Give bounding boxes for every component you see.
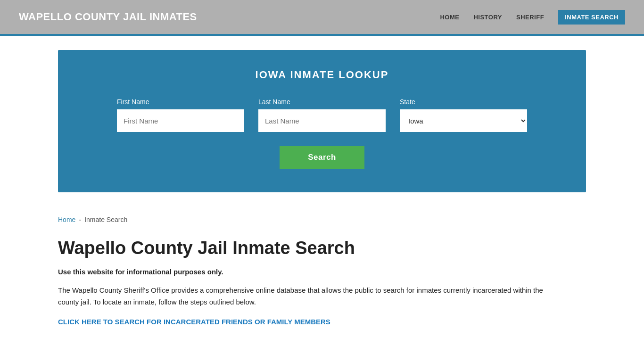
click-here-link[interactable]: CLICK HERE to Search for Incarcerated Fr… <box>58 318 330 326</box>
first-name-label: First Name <box>117 98 244 106</box>
breadcrumb-current: Inmate Search <box>84 216 127 223</box>
main-nav: HOME HISTORY SHERIFF INMATE SEARCH <box>440 10 625 25</box>
breadcrumb: Home • Inmate Search <box>58 206 586 228</box>
search-fields-row: First Name Last Name State Iowa Alabama … <box>86 98 558 132</box>
nav-item-inmate-search[interactable]: INMATE SEARCH <box>558 10 625 25</box>
search-form-container: IOWA INMATE LOOKUP First Name Last Name … <box>58 50 586 192</box>
state-group: State Iowa Alabama Alaska Arizona Arkans… <box>400 98 527 132</box>
state-select[interactable]: Iowa Alabama Alaska Arizona Arkansas Cal… <box>400 109 527 132</box>
breadcrumb-home-link[interactable]: Home <box>58 216 75 223</box>
page-title: Wapello County Jail Inmate Search <box>58 238 586 259</box>
site-header: WAPELLO COUNTY JAIL INMATES HOME HISTORY… <box>0 0 644 34</box>
breadcrumb-separator: • <box>79 218 81 222</box>
site-title: WAPELLO COUNTY JAIL INMATES <box>19 11 197 23</box>
search-button-wrap: Search <box>86 146 558 169</box>
state-label: State <box>400 98 527 106</box>
first-name-input[interactable] <box>117 109 244 132</box>
search-button[interactable]: Search <box>280 146 364 169</box>
last-name-input[interactable] <box>258 109 386 132</box>
last-name-label: Last Name <box>258 98 386 106</box>
info-text-bold: Use this website for informational purpo… <box>58 268 586 276</box>
main-content: Wapello County Jail Inmate Search Use th… <box>58 228 586 345</box>
info-description: The Wapello County Sheriff's Office prov… <box>58 284 553 308</box>
last-name-group: Last Name <box>258 98 386 132</box>
nav-item-history[interactable]: HISTORY <box>473 14 502 21</box>
search-form-title: IOWA INMATE LOOKUP <box>86 69 558 81</box>
header-underline <box>0 34 644 36</box>
nav-item-home[interactable]: HOME <box>440 14 459 21</box>
first-name-group: First Name <box>117 98 244 132</box>
nav-item-sheriff[interactable]: SHERIFF <box>516 14 544 21</box>
